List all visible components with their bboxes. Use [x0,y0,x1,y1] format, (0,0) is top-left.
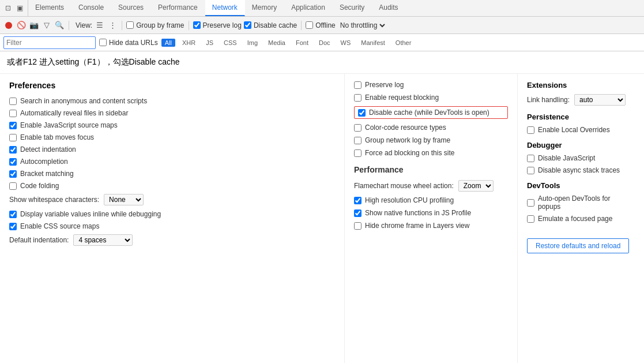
tab-application[interactable]: Application [284,0,333,16]
link-handling-select[interactable]: auto always ask [574,94,626,106]
filter-ws-button[interactable]: WS [337,39,355,47]
flamechart-label: Flamechart mouse wheel action: [354,182,454,190]
middle-panel: Preserve log Enable request blocking Dis… [344,74,517,363]
group-by-frame-option[interactable]: Group by frame [126,21,184,29]
tab-sources[interactable]: Sources [111,0,151,16]
preserve-log-label: Preserve log [203,21,242,29]
devtools-toggle-icon[interactable]: ⊡ [3,3,13,13]
offline-option[interactable]: Offline [306,21,335,29]
disable-cache-option[interactable]: Disable cache [244,21,297,29]
auto-open-devtools-checkbox[interactable] [527,199,534,207]
clear-button[interactable]: 🚫 [16,20,27,31]
extensions-title: Extensions [527,81,635,89]
pref-detect-indent-checkbox[interactable] [9,146,17,154]
filter-img-button[interactable]: Img [244,39,261,47]
separator-1 [69,21,69,30]
tab-memory[interactable]: Memory [245,0,284,16]
filter-css-button[interactable]: CSS [220,39,240,47]
tab-network[interactable]: Network [205,0,245,16]
separator-2 [122,21,122,30]
tab-performance[interactable]: Performance [151,0,205,16]
hide-data-urls-checkbox[interactable] [99,39,107,46]
filter-input[interactable] [3,36,96,49]
camera-button[interactable]: 📷 [29,20,39,31]
hide-data-urls-label: Hide data URLs [109,39,158,47]
tab-elements[interactable]: Elements [28,0,71,16]
flamechart-select[interactable]: Zoom Scroll [458,180,494,192]
filter-xhr-button[interactable]: XHR [179,39,199,47]
filter-icon[interactable]: ▽ [42,20,52,31]
pref-code-folding-checkbox[interactable] [9,182,17,190]
enable-local-overrides-label: Enable Local Overrides [538,126,610,134]
pref-autocompletion: Autocompletion [9,158,335,166]
filter-other-button[interactable]: Other [392,39,415,47]
preserve-log-checkbox[interactable] [193,21,201,29]
tree-view-button[interactable]: ⋮ [107,20,118,31]
list-view-button[interactable]: ☰ [95,20,105,31]
mid-group-network-log-checkbox[interactable] [354,137,361,144]
mid-high-res-cpu-checkbox[interactable] [354,197,361,204]
enable-local-overrides-checkbox[interactable] [527,126,534,134]
offline-checkbox[interactable] [306,21,313,29]
record-button[interactable] [3,20,14,31]
restore-defaults-button[interactable]: Restore defaults and reload [527,238,629,253]
filter-js-button[interactable]: JS [202,39,217,47]
pref-tab-focus-checkbox[interactable] [9,134,17,141]
mid-enable-request-blocking-checkbox[interactable] [354,94,361,102]
whitespace-row: Show whitespace characters: None All Tra… [9,194,335,205]
filter-all-button[interactable]: All [161,39,175,47]
mid-preserve-log-checkbox[interactable] [354,81,361,89]
pref-anonymous-scripts-checkbox[interactable] [9,98,17,105]
devtools-icons: ⊡ ▣ [0,0,28,16]
pref-js-source-maps-checkbox[interactable] [9,122,17,129]
mid-force-ad-blocking: Force ad blocking on this site [354,149,508,157]
preserve-log-option[interactable]: Preserve log [193,21,242,29]
tab-security[interactable]: Security [333,0,372,16]
filter-manifest-button[interactable]: Manifest [357,39,389,47]
default-indent-select[interactable]: 2 spaces 4 spaces 8 spaces Tab character [73,234,133,246]
link-handling-row: Link handling: auto always ask [527,94,635,106]
mid-disable-cache: Disable cache (while DevTools is open) [354,106,508,119]
pref-display-variable-checkbox[interactable] [9,211,17,218]
pref-autocompletion-checkbox[interactable] [9,158,17,166]
main-content: Preferences Search in anonymous and cont… [0,74,644,363]
default-indent-row: Default indentation: 2 spaces 4 spaces 8… [9,234,335,246]
pref-display-variable: Display variable values inline while deb… [9,210,335,218]
mid-enable-request-blocking: Enable request blocking [354,93,508,102]
pref-bracket-matching-checkbox[interactable] [9,170,17,178]
mid-hide-chrome-frame-checkbox[interactable] [354,222,361,230]
search-button[interactable]: 🔍 [54,20,65,31]
tab-audits[interactable]: Audits [372,0,405,16]
flamechart-row: Flamechart mouse wheel action: Zoom Scro… [354,180,508,192]
tab-bar: ⊡ ▣ Elements Console Sources Performance… [0,0,644,17]
throttling-select[interactable]: No throttling [338,21,387,30]
mid-show-native-functions-checkbox[interactable] [354,209,361,217]
whitespace-select[interactable]: None All Trailing [104,194,144,205]
filter-font-button[interactable]: Font [292,39,312,47]
filter-media-button[interactable]: Media [265,39,289,47]
disable-js-checkbox[interactable] [527,155,534,162]
pref-css-source-maps-checkbox[interactable] [9,223,17,230]
separator-3 [189,21,189,30]
tab-console[interactable]: Console [71,0,111,16]
mid-preserve-log: Preserve log [354,81,508,89]
offline-label: Offline [315,21,335,29]
dock-icon[interactable]: ▣ [15,3,24,13]
enable-local-overrides: Enable Local Overrides [527,126,635,134]
filter-doc-button[interactable]: Doc [315,39,334,47]
group-by-frame-checkbox[interactable] [126,21,134,29]
pref-code-folding: Code folding [9,182,335,190]
disable-async-checkbox[interactable] [527,167,534,174]
pref-css-source-maps: Enable CSS source maps [9,222,335,230]
hide-data-urls-option[interactable]: Hide data URLs [99,39,158,47]
mid-color-code-checkbox[interactable] [354,124,361,132]
auto-open-devtools-label: Auto-open DevTools for popups [538,194,635,211]
emulate-focused-checkbox[interactable] [527,215,534,223]
mid-force-ad-blocking-checkbox[interactable] [354,149,361,157]
emulate-focused: Emulate a focused page [527,215,635,223]
mid-disable-cache-checkbox[interactable] [358,109,366,117]
disable-cache-checkbox[interactable] [244,21,251,29]
pref-reveal-files-checkbox[interactable] [9,110,17,117]
instruction-text: 或者F12 进入setting（F1），勾选Disable cache [0,51,644,74]
preferences-title: Preferences [9,81,335,90]
